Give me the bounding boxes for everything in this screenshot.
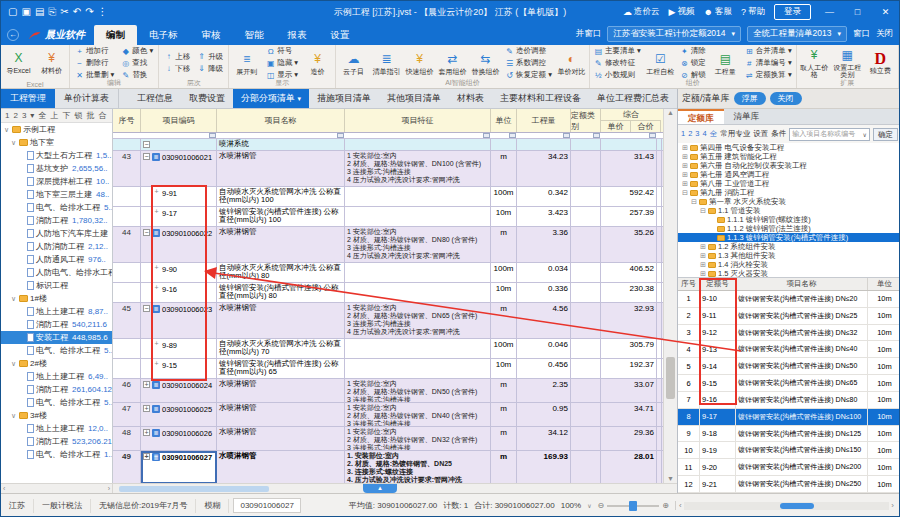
item-type-cell[interactable] xyxy=(571,139,601,150)
item-feature-cell[interactable] xyxy=(345,207,491,226)
merge-window-button[interactable]: 并窗口 xyxy=(576,28,602,40)
quota-grid-row[interactable]: 4 9-13 镀锌钢管安装(沟槽式管件连接) DN≤40 10m xyxy=(678,341,900,358)
quota-grid-row[interactable]: 10 9-19 镀锌钢管安装(沟槽式管件连接) DN≤150 10m xyxy=(678,442,900,459)
quota-row-code[interactable]: 9-14 xyxy=(700,358,736,374)
col-header-type[interactable]: 定额类别 xyxy=(571,109,601,132)
item-unit-cell[interactable]: 100m xyxy=(491,263,517,282)
quota-row-name[interactable]: 镀锌钢管安装(沟槽式管件连接) DN≤150 xyxy=(736,442,868,458)
tree-level-button[interactable]: 1 xyxy=(681,129,685,139)
item-feature-cell[interactable]: 1 安装部位:室内 2 材质、规格:热镀锌钢管、DN65 (含管件) 3 连接形… xyxy=(345,303,491,338)
table-horizontal-scrollbar[interactable]: ▴ xyxy=(113,484,677,493)
ribbon-tab[interactable]: 电子标 xyxy=(137,25,190,45)
item-type-cell[interactable] xyxy=(571,379,601,402)
tree-item[interactable]: 地上土建工程 12,0.. xyxy=(1,422,112,435)
tree-item[interactable]: 电气、给排水工程 1.. xyxy=(1,448,112,461)
tree-horizontal-scrollbar[interactable]: ‹› xyxy=(1,484,113,493)
filter-icon[interactable] xyxy=(209,133,216,138)
item-qty-cell[interactable]: 0.95 xyxy=(517,403,571,426)
ribbon-small-button[interactable]: ⇓降级 xyxy=(197,64,223,74)
item-unit-cell[interactable]: m xyxy=(491,303,517,338)
item-code-cell[interactable]: + ≣ 9-89 xyxy=(141,339,217,358)
item-price-cell[interactable]: 35.26 xyxy=(601,227,657,262)
quick-access-icon[interactable]: ↶ xyxy=(73,6,81,18)
item-unit-cell[interactable]: m xyxy=(491,427,517,450)
expander-icon[interactable]: + xyxy=(143,429,150,436)
quota-grid-row[interactable]: 2 9-11 镀锌钢管安装(沟槽式管件连接) DN≤25 10m xyxy=(678,308,900,325)
settings-button[interactable]: 设置 xyxy=(753,129,768,139)
tree-item[interactable]: 地下室三层土建 48.. xyxy=(1,188,112,201)
quick-access-icon[interactable]: ↷ xyxy=(85,6,93,18)
minimize-button[interactable]: — xyxy=(820,7,839,17)
item-feature-cell[interactable]: 1 安装部位:室内 2 材质、规格:热镀锌钢管、DN80 (含管件) 3 连接形… xyxy=(345,227,491,262)
tree-caret-icon[interactable]: ⊞ xyxy=(682,153,688,161)
item-type-cell[interactable] xyxy=(571,263,601,282)
col-header-quota-code[interactable]: 定额号 xyxy=(700,278,736,290)
ribbon-button[interactable]: ¥造价 xyxy=(301,46,334,80)
tree-item[interactable]: 标识工程 xyxy=(1,279,112,292)
expander-icon[interactable]: + xyxy=(153,209,160,216)
document-tab[interactable]: 其他项目清单 xyxy=(379,89,449,108)
item-type-cell[interactable] xyxy=(571,303,601,338)
tree-item[interactable]: 电气、给排水工程 5.. xyxy=(1,201,112,214)
close-button[interactable]: ✕ xyxy=(876,7,895,17)
quota-grid-row[interactable]: 9 9-18 镀锌钢管安装(沟槽式管件连接) DN≤125 10m xyxy=(678,426,900,443)
quota-panel-tab[interactable]: 清单库 xyxy=(724,109,770,124)
close-panel-button[interactable]: 关闭 xyxy=(770,92,802,105)
item-feature-cell[interactable]: 1 安装部位:室内 2 材质、规格:热镀锌钢管、DN40 (含管件) 3 连接形… xyxy=(345,403,491,426)
item-name-cell[interactable]: 水喷淋钢管 xyxy=(217,303,345,338)
tree-item[interactable]: 深层搅拌桩工程 10.. xyxy=(1,175,112,188)
boq-row[interactable]: + ≣ 9-90 自动喷水灭火系统管网水冲洗 公称直径(mm以内) 80 100… xyxy=(113,263,663,283)
scroll-right-icon[interactable]: › xyxy=(891,501,894,510)
quota-tree-item[interactable]: 1.1.1 镀锌钢管(螺纹连接) xyxy=(678,215,900,224)
tree-caret-icon[interactable]: ∨ xyxy=(11,139,17,147)
app-menu-button[interactable]: 晨业软件 xyxy=(19,28,94,45)
ribbon-small-button[interactable]: ↑上移 xyxy=(164,52,190,62)
item-code-cell[interactable]: + ≣ 030901006025 xyxy=(141,403,217,426)
document-tab[interactable]: 材料表 xyxy=(449,89,492,108)
tree-item[interactable]: 消防工程 261,604.12 xyxy=(1,383,112,396)
tree-level-button[interactable]: 全 xyxy=(710,129,718,139)
item-unit-cell[interactable]: m xyxy=(491,451,517,483)
col-header-feature[interactable]: 项目特征 xyxy=(345,109,491,132)
document-tab[interactable]: 措施项目清单 xyxy=(309,89,379,108)
item-code-cell[interactable]: + ≣ 030901006024 xyxy=(141,379,217,402)
expander-icon[interactable]: + xyxy=(153,189,160,196)
tree-item[interactable]: 人防地下汽车库土建 xyxy=(1,227,112,240)
quota-row-name[interactable]: 镀锌钢管安装(沟槽式管件连接) DN≤20 xyxy=(736,291,868,307)
item-total-cell[interactable] xyxy=(657,263,662,282)
ribbon-button[interactable]: ⇆替换组价 xyxy=(469,46,502,80)
item-total-cell[interactable] xyxy=(657,227,662,262)
item-price-cell[interactable]: 31.43 xyxy=(601,151,657,186)
quota-grid-row[interactable]: 5 9-14 镀锌钢管安装(沟槽式管件连接) DN≤50 10m xyxy=(678,358,900,375)
quota-standard-select[interactable]: 江苏省安装工程计价定额2014▾ xyxy=(607,26,741,42)
quota-row-code[interactable]: 9-16 xyxy=(700,392,736,408)
ribbon-button[interactable]: ◐单价对比 xyxy=(555,46,588,80)
boq-row[interactable]: 45 − ≣ 030901006023 水喷淋钢管 1 安装部位:室内 2 材质… xyxy=(113,303,663,339)
item-type-cell[interactable] xyxy=(571,427,601,450)
ribbon-small-button[interactable]: ◎查找 xyxy=(121,58,153,68)
quota-row-code[interactable]: 9-17 xyxy=(700,409,736,425)
item-code-cell[interactable]: + ≣ 9-17 xyxy=(141,207,217,226)
scroll-up-icon[interactable]: ▲ xyxy=(664,109,677,117)
item-type-cell[interactable] xyxy=(571,207,601,226)
quick-access-icon[interactable]: ✂ xyxy=(60,6,68,18)
item-total-cell[interactable] xyxy=(657,283,662,302)
tree-toolbar-button[interactable]: 批 xyxy=(86,110,94,121)
tree-toolbar-button[interactable]: 合 xyxy=(98,110,106,121)
item-name-cell[interactable]: 水喷淋钢管 xyxy=(217,227,345,262)
item-feature-cell[interactable] xyxy=(345,359,491,378)
item-feature-cell[interactable]: 1 安装部位:室内 2 材质、规格:热镀锌钢管、DN32 (含管件) 3 连接形… xyxy=(345,427,491,450)
quota-tree-item[interactable]: ⊞ 第七册 通风空调工程 xyxy=(678,170,900,179)
item-price-cell[interactable]: 33.07 xyxy=(601,379,657,402)
expander-icon[interactable]: + xyxy=(143,381,150,388)
item-total-cell[interactable] xyxy=(657,379,662,402)
tree-caret-icon[interactable]: ∨ xyxy=(11,412,17,420)
ribbon-small-button[interactable]: #清单编号 ▾ xyxy=(745,58,792,68)
item-code-cell[interactable]: + ≣ 030901006027 xyxy=(141,451,217,483)
item-price-cell[interactable]: 257.39 xyxy=(601,207,657,226)
zoom-level[interactable]: 100% xyxy=(561,501,581,510)
item-code-cell[interactable]: − ≣ 030901006023 xyxy=(141,303,217,338)
item-type-cell[interactable] xyxy=(571,187,601,206)
quota-row-name[interactable]: 镀锌钢管安装(沟槽式管件连接) DN≤32 xyxy=(736,325,868,341)
document-tab[interactable]: 工程信息 xyxy=(129,89,181,108)
